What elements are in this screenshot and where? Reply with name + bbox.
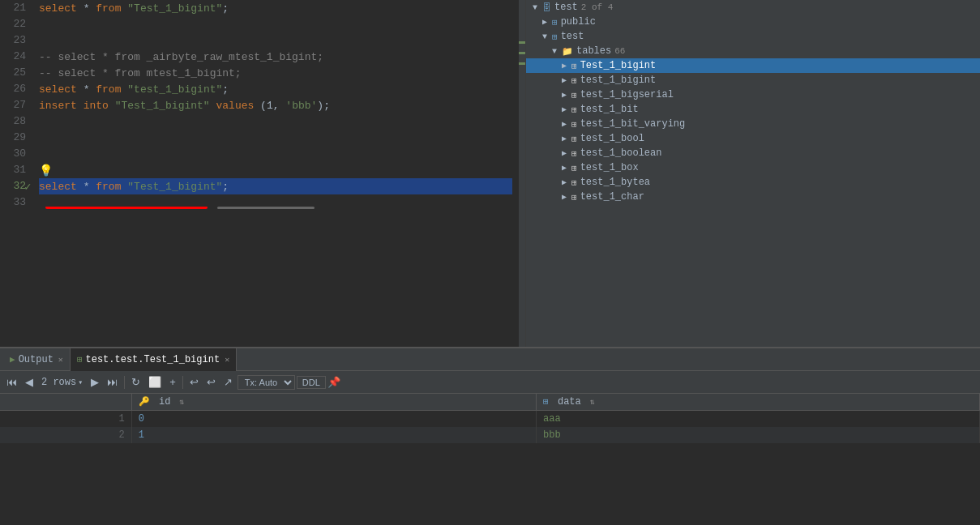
editor-panel: 21 22 23 24 25 26 27 28 29 30 31 32 33 s… (0, 0, 526, 347)
tree-label-schema-test: test (561, 31, 584, 42)
db-icon: 🗄 (542, 2, 551, 13)
code-line-27: insert into "Test_1_bigint" values (1, '… (39, 97, 512, 113)
cell-data-1[interactable]: aaa (537, 411, 980, 428)
redo-button[interactable]: ↩ (203, 374, 219, 390)
undo-button[interactable]: ↩ (186, 374, 202, 390)
row-num-1: 1 (0, 411, 131, 428)
tree-item-table-test_1_bytea[interactable]: ▶ ⊞ test_1_bytea (526, 175, 980, 190)
next-row-button[interactable]: ▶ (88, 374, 102, 390)
add-row-button[interactable]: + (166, 374, 179, 390)
tab-output-close[interactable]: ✕ (58, 355, 63, 365)
col-data-label: data (558, 396, 581, 408)
tree-item-table-test_1_bigserial[interactable]: ▶ ⊞ test_1_bigserial (526, 88, 980, 102)
table-icon: ⊞ (571, 119, 577, 130)
tree-label-test_1_bit: test_1_bit (580, 104, 639, 115)
tab-output[interactable]: ▶ Output ✕ (3, 348, 71, 371)
col-header-data[interactable]: ⊞ data ⇅ (537, 394, 980, 411)
data-table: 🔑 id ⇅ ⊞ data ⇅ 1 0 aaa (0, 394, 980, 443)
gray-underline-annotation (217, 207, 315, 209)
tab-output-label: Output (19, 354, 53, 365)
table-tab-icon: ⊞ (77, 354, 83, 365)
bottom-toolbar: ⏮ ◀ 2 rows ▾ ▶ ⏭ ↻ ⬜ + ↩ ↩ ↗ Tx: Auto DD… (0, 371, 980, 394)
check-icon: ✓ (24, 180, 31, 194)
tree-badge-tables: 66 (614, 46, 625, 56)
tab-table-close[interactable]: ✕ (225, 355, 229, 365)
table-row[interactable]: 2 1 bbb (0, 427, 980, 443)
code-line-24: -- select * from _airbyte_raw_mtest_1_bi… (39, 49, 512, 65)
code-line-33 (39, 194, 512, 211)
tree-label-test_1_box: test_1_box (580, 162, 639, 173)
code-line-28 (39, 113, 512, 130)
tree-label-Test_1_bigint: Test_1_bigint (580, 60, 657, 71)
red-underline-annotation (45, 206, 208, 209)
data-table-wrapper[interactable]: 🔑 id ⇅ ⊞ data ⇅ 1 0 aaa (0, 394, 980, 525)
tab-table-label: test.test.Test_1_bigint (86, 354, 220, 365)
tab-table[interactable]: ⊞ test.test.Test_1_bigint ✕ (71, 348, 237, 371)
table-icon: ⊞ (571, 134, 577, 144)
tree-label-test_1_bit_varying: test_1_bit_varying (580, 118, 686, 130)
tree-item-table-test_1_bigint[interactable]: ▶ ⊞ test_1_bigint (526, 73, 980, 88)
stop-button[interactable]: ⬜ (145, 374, 165, 390)
tree-item-table-test_1_bit[interactable]: ▶ ⊞ test_1_bit (526, 102, 980, 117)
separator-2 (182, 376, 183, 389)
table-icon: ⊞ (571, 90, 577, 100)
tree-label-db: test (554, 2, 578, 13)
tree-label-public: public (561, 16, 596, 28)
schema-icon: ⊞ (552, 17, 558, 28)
arrow-icon: ▶ (562, 105, 571, 114)
prev-row-button[interactable]: ◀ (22, 374, 36, 390)
table-icon: ⊞ (571, 177, 577, 188)
tx-select[interactable]: Tx: Auto (238, 375, 295, 390)
code-editor[interactable]: select * from "Test_1_bigint" ; -- selec… (32, 0, 519, 347)
table-icon: ⊞ (571, 61, 577, 71)
refresh-button[interactable]: ↻ (128, 374, 143, 390)
tree-item-schema-public[interactable]: ▶ ⊞ public (526, 15, 980, 29)
arrow-icon: ▶ (562, 177, 571, 187)
editor-content: 21 22 23 24 25 26 27 28 29 30 31 32 33 s… (0, 0, 525, 347)
code-line-22 (39, 16, 512, 32)
col-header-rownum (0, 394, 131, 411)
first-row-button[interactable]: ⏮ (3, 374, 20, 390)
arrow-icon: ▶ (562, 134, 571, 143)
tree-badge-db: 2 of 4 (581, 2, 614, 12)
tree-item-folder-tables[interactable]: ▼ 📁 tables 66 (526, 44, 980, 58)
tree-item-table-Test_1_bigint[interactable]: ▶ ⊞ Test_1_bigint (526, 58, 980, 73)
arrow-icon: ▶ (562, 90, 571, 100)
separator-1 (124, 376, 125, 389)
output-icon: ▶ (10, 354, 15, 365)
tree-item-table-test_1_bool[interactable]: ▶ ⊞ test_1_bool (526, 131, 980, 146)
submit-button[interactable]: ↗ (220, 374, 236, 390)
folder-icon: 📁 (562, 46, 573, 57)
last-row-button[interactable]: ⏭ (104, 374, 121, 390)
scrollbar-marker-2 (519, 52, 525, 54)
code-line-25: -- select * from mtest_1_bigint; (39, 65, 512, 81)
tree-item-table-test_1_box[interactable]: ▶ ⊞ test_1_box (526, 160, 980, 175)
schema-icon: ⊞ (552, 32, 558, 42)
cell-data-2[interactable]: bbb (537, 427, 980, 443)
code-line-26: select * from "test_1_bigint" ; (39, 81, 512, 97)
tree-label-test_1_bigserial: test_1_bigserial (580, 89, 674, 100)
arrow-icon: ▼ (542, 32, 552, 41)
arrow-icon: ▶ (562, 148, 571, 158)
tree-item-db-test[interactable]: ▼ 🗄 test 2 of 4 (526, 0, 980, 15)
table-row[interactable]: 1 0 aaa (0, 411, 980, 428)
code-line-21: select * from "Test_1_bigint" ; (39, 0, 512, 16)
sort-icon-data: ⇅ (590, 398, 595, 407)
cell-id-1[interactable]: 0 (131, 411, 536, 428)
col-header-id[interactable]: 🔑 id ⇅ (131, 394, 536, 411)
ddl-button[interactable]: DDL (297, 376, 326, 389)
tree-item-table-test_1_boolean[interactable]: ▶ ⊞ test_1_boolean (526, 146, 980, 160)
tree-item-table-test_1_char[interactable]: ▶ ⊞ test_1_char (526, 190, 980, 204)
arrow-icon: ▶ (562, 61, 571, 70)
bottom-tabs: ▶ Output ✕ ⊞ test.test.Test_1_bigint ✕ (0, 348, 980, 371)
tree-label-test_1_bool: test_1_bool (580, 133, 644, 144)
tree-item-table-test_1_bit_varying[interactable]: ▶ ⊞ test_1_bit_varying (526, 117, 980, 131)
tree-item-schema-test[interactable]: ▼ ⊞ test (526, 29, 980, 44)
arrow-icon: ▶ (562, 75, 571, 85)
tree-label-test_1_bigint: test_1_bigint (580, 75, 657, 86)
tree-label-test_1_char: test_1_char (580, 191, 644, 203)
pin-button[interactable]: 📌 (327, 376, 340, 388)
table-col-icon: ⊞ (543, 397, 549, 407)
cell-id-2[interactable]: 1 (131, 427, 536, 443)
table-icon: ⊞ (571, 192, 577, 203)
